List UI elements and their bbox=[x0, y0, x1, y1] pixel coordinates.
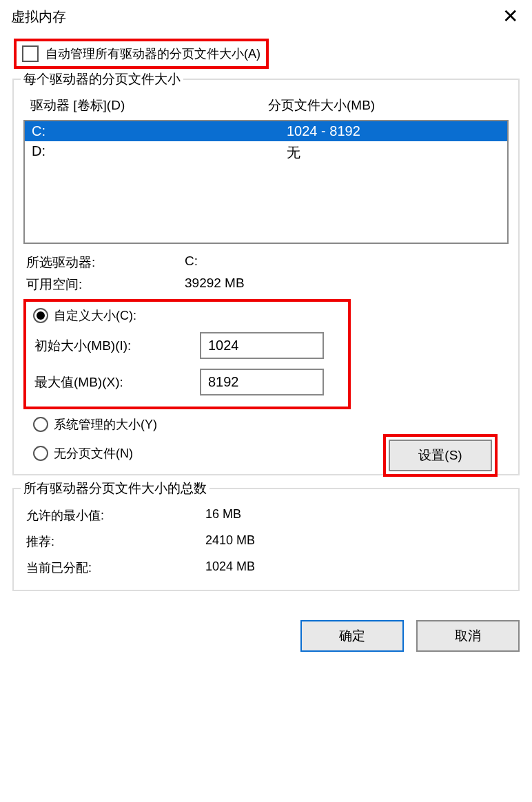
titlebar: 虚拟内存 ✕ bbox=[0, 0, 532, 33]
system-managed-radio-row[interactable]: 系统管理的大小(Y) bbox=[30, 416, 509, 433]
ok-button[interactable]: 确定 bbox=[300, 620, 404, 652]
custom-size-label: 自定义大小(C): bbox=[54, 307, 136, 324]
selected-drive-value: C: bbox=[185, 254, 198, 271]
drive-cell-size: 1024 - 8192 bbox=[245, 123, 500, 139]
set-button[interactable]: 设置(S) bbox=[389, 440, 492, 471]
drive-cell-size: 无 bbox=[245, 143, 500, 162]
system-managed-radio[interactable] bbox=[33, 417, 48, 432]
dialog-footer: 确定 取消 bbox=[0, 613, 532, 664]
dialog-content: 自动管理所有驱动器的分页文件大小(A) 每个驱动器的分页文件大小 驱动器 [卷标… bbox=[0, 33, 532, 613]
custom-size-radio-row[interactable]: 自定义大小(C): bbox=[30, 307, 341, 324]
auto-manage-label: 自动管理所有驱动器的分页文件大小(A) bbox=[45, 45, 260, 62]
no-paging-radio[interactable] bbox=[33, 446, 48, 461]
recommended-label: 推荐: bbox=[26, 533, 205, 550]
selected-drive-info: 所选驱动器: C: 可用空间: 39292 MB bbox=[23, 244, 509, 294]
max-size-input[interactable] bbox=[200, 369, 324, 395]
drive-row-c[interactable]: C: 1024 - 8192 bbox=[25, 121, 507, 141]
drive-list[interactable]: C: 1024 - 8192 D: 无 bbox=[23, 120, 509, 244]
all-totals-legend: 所有驱动器分页文件大小的总数 bbox=[21, 480, 209, 497]
free-space-label: 可用空间: bbox=[26, 276, 185, 294]
selected-drive-label: 所选驱动器: bbox=[26, 254, 185, 271]
header-drive: 驱动器 [卷标](D) bbox=[30, 96, 268, 114]
initial-size-label: 初始大小(MB)(I): bbox=[34, 337, 200, 355]
recommended-value: 2410 MB bbox=[205, 533, 255, 550]
all-totals-fieldset: 所有驱动器分页文件大小的总数 允许的最小值: 16 MB 推荐: 2410 MB… bbox=[12, 488, 520, 591]
window-title: 虚拟内存 bbox=[11, 8, 66, 26]
per-drive-legend: 每个驱动器的分页文件大小 bbox=[21, 70, 183, 88]
drive-list-headers: 驱动器 [卷标](D) 分页文件大小(MB) bbox=[23, 94, 509, 117]
system-managed-label: 系统管理的大小(Y) bbox=[54, 416, 157, 433]
currently-allocated-label: 当前已分配: bbox=[26, 559, 205, 576]
currently-allocated-value: 1024 MB bbox=[205, 559, 255, 576]
cancel-button[interactable]: 取消 bbox=[416, 620, 520, 652]
initial-size-input[interactable] bbox=[200, 332, 324, 359]
header-size: 分页文件大小(MB) bbox=[268, 96, 506, 114]
min-allowed-value: 16 MB bbox=[205, 507, 241, 524]
max-size-label: 最大值(MB)(X): bbox=[34, 373, 200, 391]
free-space-value: 39292 MB bbox=[185, 276, 245, 294]
no-paging-label: 无分页文件(N) bbox=[54, 445, 133, 462]
per-drive-fieldset: 每个驱动器的分页文件大小 驱动器 [卷标](D) 分页文件大小(MB) C: 1… bbox=[12, 79, 520, 475]
drive-cell-drive: C: bbox=[32, 123, 245, 139]
drive-cell-drive: D: bbox=[32, 143, 245, 162]
custom-size-radio[interactable] bbox=[33, 308, 48, 323]
auto-manage-checkbox[interactable] bbox=[22, 45, 39, 62]
drive-row-d[interactable]: D: 无 bbox=[25, 141, 507, 164]
auto-manage-checkbox-row[interactable]: 自动管理所有驱动器的分页文件大小(A) bbox=[14, 39, 269, 69]
custom-size-block: 自定义大小(C): 初始大小(MB)(I): 最大值(MB)(X): bbox=[23, 299, 351, 409]
set-button-highlight: 设置(S) bbox=[383, 434, 498, 477]
min-allowed-label: 允许的最小值: bbox=[26, 507, 205, 524]
close-icon[interactable]: ✕ bbox=[498, 7, 522, 26]
